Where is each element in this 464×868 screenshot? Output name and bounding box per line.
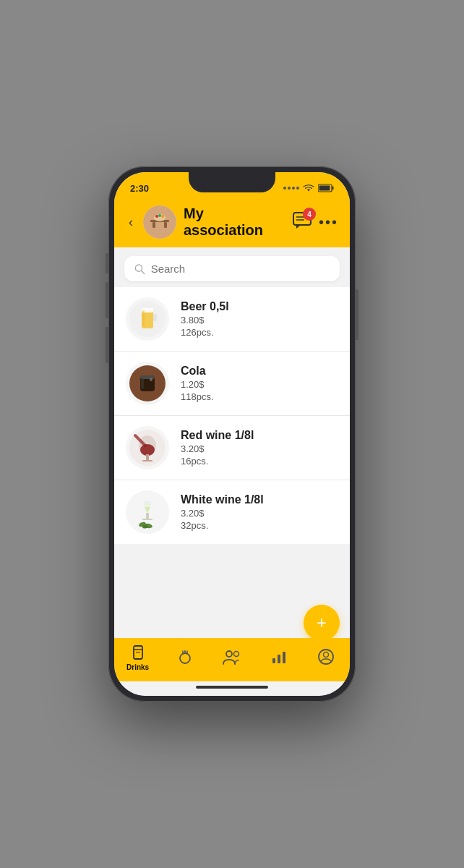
tab-food[interactable] (161, 648, 208, 668)
search-input[interactable] (151, 263, 330, 275)
tab-bar: Drinks (114, 638, 350, 681)
svg-rect-33 (142, 519, 152, 520)
svg-rect-6 (164, 222, 167, 228)
beer-image (129, 301, 166, 337)
svg-rect-2 (319, 186, 330, 191)
more-options-button[interactable]: ••• (319, 214, 338, 231)
list-item[interactable]: Red wine 1/8l 3.20$ 16pcs. (114, 416, 350, 480)
svg-rect-19 (153, 314, 157, 321)
item-image-cola (126, 362, 169, 405)
status-icons (283, 184, 334, 192)
avatar (143, 205, 176, 239)
battery-icon (318, 184, 334, 192)
tab-drinks-label: Drinks (126, 663, 149, 671)
item-image-redwine (126, 426, 169, 469)
food-tab-icon (176, 648, 194, 665)
list-item[interactable]: Cola 1.20$ 118pcs. (114, 352, 350, 416)
side-button-mute (106, 253, 108, 273)
svg-point-10 (161, 215, 164, 218)
side-button-volume-up (106, 282, 108, 318)
item-qty: 126pcs. (181, 327, 229, 338)
list-container: Beer 0,5l 3.80$ 126pcs. (114, 287, 350, 544)
side-button-power (356, 289, 358, 340)
status-time: 2:30 (130, 183, 149, 194)
item-info-beer: Beer 0,5l 3.80$ 126pcs. (181, 300, 229, 338)
svg-point-9 (158, 214, 161, 217)
svg-rect-46 (283, 652, 285, 663)
add-icon: + (317, 614, 327, 631)
item-image-whitewine (126, 490, 169, 534)
add-button[interactable]: + (304, 605, 340, 641)
tab-stats[interactable] (256, 648, 303, 668)
home-bar (196, 686, 268, 689)
content-area: Beer 0,5l 3.80$ 126pcs. (114, 247, 350, 638)
redwine-image (129, 430, 166, 466)
signal-dot-3 (292, 187, 295, 190)
signal-dot-1 (283, 187, 286, 190)
item-price: 3.20$ (181, 508, 264, 519)
item-price: 3.20$ (181, 443, 254, 454)
stats-tab-icon (270, 648, 288, 665)
item-info-whitewine: White wine 1/8l 3.20$ 32pcs. (181, 493, 264, 531)
phone-frame: 2:30 (108, 166, 356, 702)
svg-point-25 (150, 378, 152, 381)
tab-account[interactable] (303, 648, 350, 668)
home-indicator (114, 681, 350, 696)
tab-people[interactable] (208, 648, 255, 668)
notch (189, 172, 275, 192)
avatar-image (143, 205, 176, 239)
item-image-beer (126, 297, 169, 341)
phone-screen: 2:30 (114, 172, 350, 696)
whitewine-image (129, 494, 166, 530)
svg-rect-20 (142, 310, 145, 326)
signal-dot-2 (288, 187, 291, 190)
svg-point-43 (234, 651, 239, 656)
item-qty: 118pcs. (181, 391, 214, 402)
header-actions: 4 ••• (293, 212, 338, 232)
search-box[interactable] (124, 256, 340, 281)
people-tab-icon (222, 648, 242, 665)
svg-rect-1 (332, 187, 334, 190)
side-button-volume-down (106, 327, 108, 363)
item-price: 3.80$ (181, 315, 229, 326)
list-item[interactable]: Beer 0,5l 3.80$ 126pcs. (114, 287, 350, 352)
item-qty: 32pcs. (181, 520, 264, 531)
item-name: Red wine 1/8l (181, 429, 254, 442)
item-info-redwine: Red wine 1/8l 3.20$ 16pcs. (181, 429, 254, 467)
item-name: White wine 1/8l (181, 493, 264, 506)
notification-badge: 4 (303, 208, 316, 221)
signal-dots (283, 187, 299, 190)
item-name: Beer 0,5l (181, 300, 229, 313)
back-button[interactable]: ‹ (126, 213, 136, 231)
svg-point-48 (324, 652, 329, 657)
signal-dot-4 (296, 187, 299, 190)
svg-rect-30 (142, 460, 152, 461)
bottom-section: + Drinks (114, 638, 350, 681)
messages-button[interactable]: 4 (293, 212, 312, 232)
svg-rect-5 (152, 222, 155, 228)
svg-point-42 (226, 651, 232, 657)
list-item[interactable]: White wine 1/8l 3.20$ 32pcs. (114, 480, 350, 544)
wifi-icon (303, 184, 314, 192)
item-info-cola: Cola 1.20$ 118pcs. (181, 365, 214, 402)
cola-image (129, 365, 166, 401)
items-list: Beer 0,5l 3.80$ 126pcs. (114, 287, 350, 638)
svg-rect-24 (141, 376, 144, 389)
svg-rect-29 (146, 454, 149, 460)
account-tab-icon (317, 648, 335, 665)
header-title: My association (184, 205, 285, 239)
header: ‹ My association (114, 200, 350, 247)
svg-line-15 (142, 271, 145, 273)
item-qty: 16pcs. (181, 456, 254, 467)
drinks-tab-icon (129, 644, 147, 661)
svg-point-28 (140, 444, 155, 456)
item-price: 1.20$ (181, 379, 214, 390)
svg-rect-45 (278, 655, 280, 663)
search-icon (134, 263, 145, 275)
tab-drinks[interactable]: Drinks (114, 644, 161, 671)
search-container (114, 247, 350, 287)
svg-rect-44 (272, 658, 275, 663)
svg-rect-32 (146, 513, 149, 519)
svg-point-40 (180, 653, 190, 663)
svg-point-8 (155, 215, 158, 218)
